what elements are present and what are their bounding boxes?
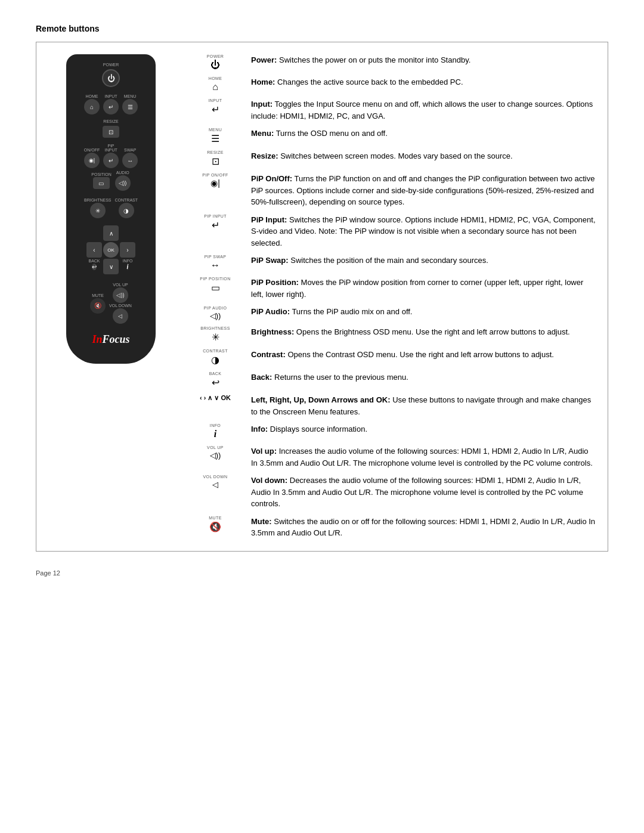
pip-audio-label: AUDIO bbox=[116, 171, 129, 175]
pip-input-label: INPUT bbox=[105, 148, 117, 152]
info-icon-col: INFO i bbox=[191, 423, 239, 439]
pip-swap-icon-col: PIP SWAP ↔ bbox=[191, 255, 239, 271]
pip-swap-description: PiP Swap: Switches the position of the m… bbox=[251, 255, 596, 267]
info-label-remote: INFO bbox=[123, 259, 133, 263]
info-icon-label: INFO bbox=[210, 423, 221, 428]
input-desc: INPUT ↵ Input: Toggles the Input Source … bbox=[191, 98, 596, 122]
vol-up-description: Vol up: Increases the audio volume of th… bbox=[251, 445, 596, 469]
resize-icon-label: RESIZE bbox=[207, 150, 224, 154]
pip-onoff-icon: ◉| bbox=[210, 178, 220, 188]
pip-label: PiP bbox=[72, 144, 150, 148]
vol-down-button[interactable]: ◁ bbox=[113, 308, 128, 324]
pip-onoff-icon-label: PIP ON/OFF bbox=[202, 173, 228, 177]
mute-icon: 🔇 bbox=[209, 521, 221, 532]
vol-down-icon: ◁ bbox=[212, 480, 218, 489]
contrast-button[interactable]: ◑ bbox=[119, 203, 134, 218]
vol-up-button[interactable]: ◁)) bbox=[113, 287, 128, 303]
mute-button[interactable]: 🔇 bbox=[90, 298, 106, 314]
nav-description: Left, Right, Up, Down Arrows and OK: Use… bbox=[251, 394, 596, 417]
resize-section: RESIZE ⊡ bbox=[72, 119, 150, 138]
back-description: Back: Returns the user to the previous m… bbox=[251, 371, 596, 383]
section-title: Remote buttons bbox=[36, 24, 608, 33]
pip-input-icon-col: PIP INPUT ↵ bbox=[191, 214, 239, 231]
brightness-description: Brightness: Opens the Brightness OSD men… bbox=[251, 326, 596, 338]
input-icon-col: INPUT ↵ bbox=[191, 98, 239, 115]
pip-row: ON/OFF ◉| INPUT ↵ SWAP ↔ bbox=[72, 148, 150, 168]
brightness-label: BRIGHTNESS bbox=[84, 198, 112, 202]
nav-desc: ‹ › ∧ ∨ OK Left, Right, Up, Down Arrows … bbox=[191, 394, 596, 417]
main-content: POWER ⏻ HOME ⌂ INPUT ↵ MENU ☰ bbox=[36, 42, 608, 552]
input-icon-label: INPUT bbox=[209, 98, 222, 103]
contrast-icon-label: CONTRAST bbox=[203, 349, 228, 353]
power-button[interactable]: ⏻ bbox=[102, 69, 120, 87]
pip-swap-button[interactable]: ↔ bbox=[122, 153, 138, 168]
pip-position-icon: ▭ bbox=[211, 282, 220, 293]
contrast-label: CONTRAST bbox=[115, 198, 138, 202]
input-label: INPUT bbox=[105, 94, 117, 98]
brightness-icon: ✳ bbox=[212, 332, 219, 343]
back-icon-col: BACK ↩ bbox=[191, 371, 239, 388]
brightness-button[interactable]: ✳ bbox=[90, 203, 106, 218]
pip-swap-icon: ↔ bbox=[210, 260, 220, 271]
info-button[interactable]: i bbox=[127, 264, 129, 270]
home-description: Home: Changes the active source back to … bbox=[251, 76, 596, 88]
ok-button[interactable]: OK bbox=[103, 242, 119, 258]
pip-position-icon-label: PIP POSITION bbox=[200, 277, 230, 281]
contrast-desc: CONTRAST ◑ Contrast: Opens the Contrast … bbox=[191, 349, 596, 366]
pip-onoff-description: PiP On/Off: Turns the PiP function on an… bbox=[251, 173, 596, 208]
pip-pos-audio-row: POSITION ▭ AUDIO ◁)) bbox=[72, 171, 150, 191]
pip-audio-icon-label: PIP AUDIO bbox=[204, 306, 227, 310]
info-icon: i bbox=[214, 429, 216, 439]
menu-icon-label: MENU bbox=[209, 128, 222, 132]
up-arrow-button[interactable]: ∧ bbox=[103, 225, 119, 241]
menu-description: Menu: Turns the OSD menu on and off. bbox=[251, 128, 596, 140]
brightness-icon-label: BRIGHTNESS bbox=[200, 326, 230, 330]
pip-audio-button[interactable]: ◁)) bbox=[115, 175, 131, 191]
contrast-icon-col: CONTRAST ◑ bbox=[191, 349, 239, 366]
pip-input-description: PiP Input: Switches the PiP window sourc… bbox=[251, 214, 596, 249]
menu-button[interactable]: ☰ bbox=[122, 99, 138, 114]
resize-button[interactable]: ⊡ bbox=[103, 126, 119, 138]
pip-onoff-button[interactable]: ◉| bbox=[84, 153, 100, 168]
down-arrow-button[interactable]: ∨ bbox=[103, 259, 119, 274]
pip-input-icon: ↵ bbox=[212, 219, 219, 231]
power-icon: ⏻ bbox=[210, 60, 220, 70]
nav-icon-col: ‹ › ∧ ∨ OK bbox=[191, 394, 239, 402]
pip-audio-icon-col: PIP AUDIO ◁)) bbox=[191, 306, 239, 320]
vol-down-icon-label: VOL DOWN bbox=[203, 475, 227, 479]
vol-up-label: VOL UP bbox=[113, 283, 128, 287]
home-icon: ⌂ bbox=[212, 82, 218, 92]
resize-icon: ⊡ bbox=[212, 156, 219, 167]
mute-label: MUTE bbox=[92, 293, 104, 298]
remote-column: POWER ⏻ HOME ⌂ INPUT ↵ MENU ☰ bbox=[48, 54, 174, 539]
back-button[interactable]: ↩ bbox=[92, 264, 97, 270]
mute-desc: MUTE 🔇 Mute: Switches the audio on or of… bbox=[191, 516, 596, 539]
pip-position-icon-col: PIP POSITION ▭ bbox=[191, 277, 239, 293]
pip-position-button[interactable]: ▭ bbox=[93, 177, 110, 189]
right-arrow-button[interactable]: › bbox=[120, 242, 135, 258]
pip-onoff-icon-col: PIP ON/OFF ◉| bbox=[191, 173, 239, 188]
back-icon: ↩ bbox=[212, 377, 219, 388]
menu-icon-col: MENU ☰ bbox=[191, 128, 239, 144]
brightness-contrast-row: BRIGHTNESS ✳ CONTRAST ◑ bbox=[72, 198, 150, 218]
resize-desc: RESIZE ⊡ Resize: Switches between screen… bbox=[191, 150, 596, 167]
power-icon-label: POWER bbox=[207, 54, 224, 58]
home-button[interactable]: ⌂ bbox=[84, 99, 100, 114]
vol-up-icon-col: VOL UP ◁)) bbox=[191, 445, 239, 460]
resize-icon-col: RESIZE ⊡ bbox=[191, 150, 239, 167]
left-arrow-button[interactable]: ‹ bbox=[86, 242, 102, 258]
vol-up-desc: VOL UP ◁)) Vol up: Increases the audio v… bbox=[191, 445, 596, 469]
input-button[interactable]: ↵ bbox=[103, 99, 119, 114]
pip-audio-icon: ◁)) bbox=[210, 311, 221, 320]
infocus-logo: InFocus bbox=[92, 333, 129, 346]
nav-cluster: ∧ ‹ OK › BACK ↩ ∨ INFO i bbox=[86, 225, 135, 274]
vol-down-label: VOL DOWN bbox=[109, 304, 132, 308]
power-description: Power: Switches the power on or puts the… bbox=[251, 54, 596, 66]
pip-position-label: POSITION bbox=[91, 172, 111, 176]
home-label: HOME bbox=[86, 94, 98, 98]
pip-input-button[interactable]: ↵ bbox=[103, 153, 119, 168]
nav-icon: ‹ › ∧ ∨ OK bbox=[200, 394, 231, 402]
pip-position-description: PiP Position: Moves the PiP window posit… bbox=[251, 277, 596, 300]
menu-icon: ☰ bbox=[211, 133, 219, 144]
pip-input-icon-label: PIP INPUT bbox=[204, 214, 227, 218]
